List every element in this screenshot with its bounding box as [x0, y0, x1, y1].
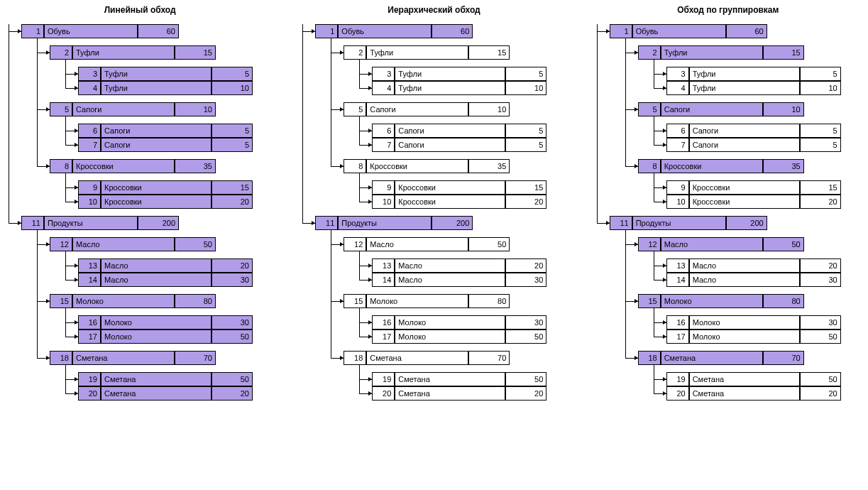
node-index: 9	[666, 180, 689, 195]
node-value: 35	[175, 159, 216, 173]
tree-node: 8Кроссовки35	[50, 159, 216, 173]
diagram-column: Иерархический обход1Обувь602Туфли153Туфл…	[294, 4, 573, 408]
node-name: Масло	[689, 258, 800, 273]
node-name: Молоко	[395, 330, 505, 344]
node-name: Сапоги	[689, 138, 800, 152]
tree-node: 6Сапоги5	[372, 124, 546, 138]
node-name: Сапоги	[661, 102, 763, 116]
tree-node: 16Молоко30	[78, 315, 253, 330]
diagram-column: Обход по группировкам1Обувь602Туфли153Ту…	[588, 4, 868, 408]
node-name: Сапоги	[395, 138, 505, 152]
node-index: 2	[344, 45, 366, 60]
node-value: 200	[138, 216, 179, 230]
node-index: 3	[78, 67, 101, 81]
node-value: 35	[763, 159, 804, 173]
node-name: Сметана	[395, 386, 505, 401]
node-index: 15	[50, 294, 72, 308]
node-value: 80	[763, 294, 804, 308]
node-index: 12	[50, 237, 72, 251]
node-name: Обувь	[632, 24, 726, 38]
node-name: Сметана	[72, 351, 175, 365]
node-index: 11	[610, 216, 632, 230]
tree-node: 11Продукты200	[21, 216, 179, 230]
node-value: 20	[211, 195, 253, 209]
node-value: 80	[175, 294, 216, 308]
node-name: Молоко	[72, 294, 175, 308]
node-index: 20	[372, 386, 395, 401]
node-index: 14	[372, 273, 395, 287]
node-index: 13	[78, 258, 101, 273]
node-name: Масло	[101, 258, 211, 273]
node-index: 6	[78, 124, 101, 138]
node-index: 2	[638, 45, 661, 60]
node-name: Масло	[395, 258, 505, 273]
node-value: 35	[468, 159, 510, 173]
node-index: 3	[372, 67, 395, 81]
node-name: Сапоги	[72, 102, 175, 116]
node-name: Сметана	[661, 351, 763, 365]
node-name: Масло	[395, 273, 505, 287]
node-name: Обувь	[338, 24, 432, 38]
node-value: 10	[468, 102, 510, 116]
node-index: 8	[638, 159, 661, 173]
node-value: 30	[800, 315, 841, 330]
node-name: Кроссовки	[72, 159, 175, 173]
node-index: 18	[638, 351, 661, 365]
node-value: 50	[800, 372, 841, 386]
tree-node: 3Туфли5	[372, 67, 546, 81]
node-value: 80	[468, 294, 510, 308]
node-index: 14	[666, 273, 689, 287]
node-value: 30	[800, 273, 841, 287]
tree-node: 7Сапоги5	[78, 138, 253, 152]
node-name: Сапоги	[101, 124, 211, 138]
node-value: 10	[211, 81, 253, 95]
node-name: Продукты	[632, 216, 726, 230]
node-index: 8	[50, 159, 72, 173]
column-title: Линейный обход	[0, 4, 280, 16]
node-name: Сметана	[689, 372, 800, 386]
node-index: 5	[638, 102, 661, 116]
node-value: 20	[800, 258, 841, 273]
node-value: 200	[432, 216, 473, 230]
node-value: 60	[432, 24, 473, 38]
tree-node: 13Масло20	[372, 258, 546, 273]
tree-node: 9Кроссовки15	[78, 180, 253, 195]
node-value: 15	[175, 45, 216, 60]
node-value: 20	[211, 386, 253, 401]
node-value: 5	[211, 138, 253, 152]
node-value: 15	[800, 180, 841, 195]
node-value: 30	[505, 273, 546, 287]
node-value: 5	[505, 67, 546, 81]
tree-node: 14Масло30	[372, 273, 546, 287]
tree-node: 4Туфли10	[78, 81, 253, 95]
node-value: 200	[726, 216, 767, 230]
node-value: 5	[211, 67, 253, 81]
tree-node: 18Сметана70	[344, 351, 510, 365]
node-value: 20	[505, 386, 546, 401]
node-name: Сапоги	[689, 124, 800, 138]
node-index: 19	[666, 372, 689, 386]
node-index: 18	[344, 351, 366, 365]
tree-node: 17Молоко50	[78, 330, 253, 344]
node-name: Туфли	[395, 67, 505, 81]
tree-canvas: 1Обувь602Туфли153Туфли54Туфли105Сапоги10…	[588, 24, 868, 408]
diagram-column: Линейный обход1Обувь602Туфли153Туфли54Ту…	[0, 4, 280, 408]
node-value: 15	[468, 45, 510, 60]
tree-node: 11Продукты200	[610, 216, 767, 230]
node-value: 20	[800, 195, 841, 209]
node-index: 17	[372, 330, 395, 344]
tree-node: 18Сметана70	[50, 351, 216, 365]
tree-node: 1Обувь60	[315, 24, 473, 38]
tree-node: 17Молоко50	[372, 330, 546, 344]
tree-node: 6Сапоги5	[666, 124, 841, 138]
tree-node: 18Сметана70	[638, 351, 804, 365]
tree-node: 11Продукты200	[315, 216, 473, 230]
node-value: 10	[763, 102, 804, 116]
node-name: Молоко	[101, 330, 211, 344]
node-value: 50	[211, 330, 253, 344]
node-index: 19	[78, 372, 101, 386]
node-name: Масло	[366, 237, 468, 251]
node-value: 50	[505, 372, 546, 386]
tree-node: 1Обувь60	[21, 24, 179, 38]
tree-canvas: 1Обувь602Туфли153Туфли54Туфли105Сапоги10…	[294, 24, 573, 408]
